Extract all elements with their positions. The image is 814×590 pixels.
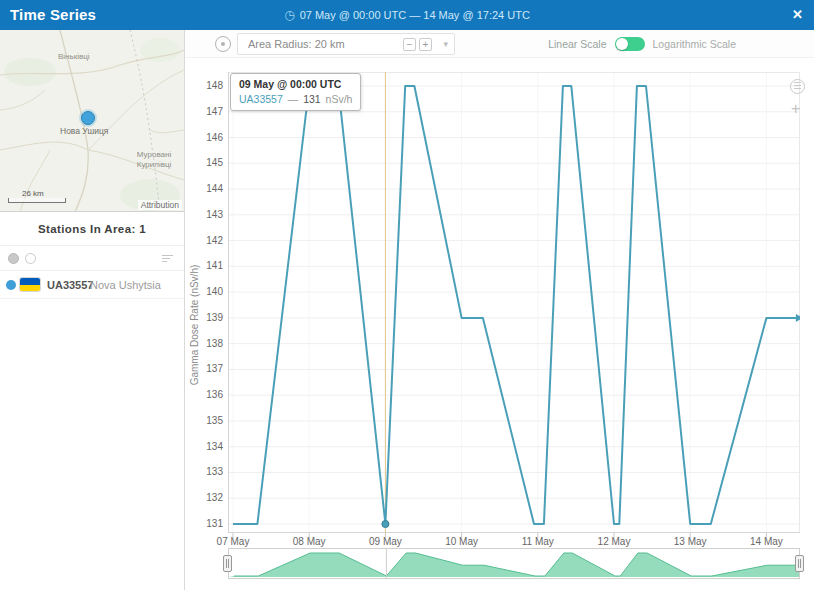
tooltip-unit: nSv/h bbox=[326, 93, 353, 105]
y-axis-label: 138 bbox=[191, 338, 223, 349]
radius-decrease-button[interactable]: − bbox=[403, 38, 416, 51]
chart-tooltip: 09 May @ 00:00 UTC UA33557 — 131 nSv/h bbox=[230, 73, 361, 111]
station-map-marker[interactable] bbox=[81, 111, 95, 125]
station-list-item[interactable]: UA33557 Nova Ushytsia bbox=[0, 271, 184, 299]
time-series-plot bbox=[228, 72, 800, 539]
station-name: Nova Ushytsia bbox=[90, 279, 161, 291]
tooltip-station: UA33557 bbox=[239, 93, 283, 105]
y-axis-label: 142 bbox=[191, 235, 223, 246]
tooltip-time: 09 May @ 00:00 UTC bbox=[239, 78, 352, 90]
y-axis-label: 147 bbox=[191, 106, 223, 117]
close-icon[interactable]: ✕ bbox=[792, 7, 803, 22]
chart-panel: Area Radius: 20 km − + ▾ Linear Scale Lo… bbox=[185, 30, 814, 590]
map-scale-label: 26 km bbox=[8, 189, 66, 198]
sort-icon[interactable] bbox=[162, 253, 174, 265]
y-axis-label: 146 bbox=[191, 132, 223, 143]
map-place-label: Муровані Курилівці bbox=[126, 150, 182, 170]
y-axis-label: 134 bbox=[191, 441, 223, 452]
map-place-label: Віньківці bbox=[58, 52, 90, 61]
scale-switcher: Linear Scale Logarithmic Scale bbox=[548, 37, 736, 51]
sidebar: Віньківці Нова Ушиця Муровані Курилівці … bbox=[0, 30, 185, 590]
linear-scale-label: Linear Scale bbox=[548, 38, 606, 50]
map-place-label: Нова Ушиця bbox=[60, 126, 108, 136]
navigator-left-handle[interactable] bbox=[223, 555, 232, 572]
y-axis-label: 136 bbox=[191, 389, 223, 400]
y-axis-label: 131 bbox=[191, 518, 223, 529]
chart-toolbar: Area Radius: 20 km − + ▾ Linear Scale Lo… bbox=[185, 30, 814, 58]
map-scale-bar: 26 km bbox=[8, 189, 66, 203]
range-navigator[interactable] bbox=[228, 548, 800, 579]
y-axis-label: 133 bbox=[191, 466, 223, 477]
clock-icon: ◷ bbox=[284, 8, 294, 22]
y-axis-label: 145 bbox=[191, 157, 223, 168]
y-axis-label: 139 bbox=[191, 312, 223, 323]
radius-target-icon bbox=[215, 36, 231, 52]
radius-increase-button[interactable]: + bbox=[419, 38, 432, 51]
y-axis-label: 140 bbox=[191, 286, 223, 297]
context-menu-icon[interactable] bbox=[790, 79, 805, 94]
navigator-area-chart bbox=[229, 549, 799, 578]
title-bar: Time Series ◷07 May @ 00:00 UTC — 14 May… bbox=[0, 0, 814, 30]
tooltip-value-line: UA33557 — 131 nSv/h bbox=[239, 93, 352, 105]
marker-style-filled-icon[interactable] bbox=[8, 253, 19, 264]
toggle-knob bbox=[616, 38, 628, 50]
scale-toggle[interactable] bbox=[615, 37, 645, 51]
y-axis-label: 143 bbox=[191, 209, 223, 220]
log-scale-label: Logarithmic Scale bbox=[653, 38, 736, 50]
tooltip-value: 131 bbox=[303, 93, 321, 105]
map-attribution-link[interactable]: Attribution bbox=[138, 200, 182, 210]
tooltip-dash: — bbox=[288, 93, 299, 105]
y-axis-label: 137 bbox=[191, 363, 223, 374]
chevron-down-icon[interactable]: ▾ bbox=[443, 39, 448, 49]
zoom-in-icon[interactable]: + bbox=[791, 100, 800, 118]
station-color-dot bbox=[6, 280, 16, 290]
ukraine-flag-icon bbox=[20, 278, 40, 291]
area-radius-input[interactable]: Area Radius: 20 km − + ▾ bbox=[237, 33, 455, 55]
mini-map[interactable]: Віньківці Нова Ушиця Муровані Курилівці … bbox=[0, 30, 184, 212]
marker-style-outline-icon[interactable] bbox=[25, 253, 36, 264]
y-axis-label: 148 bbox=[191, 80, 223, 91]
navigator-right-handle[interactable] bbox=[795, 555, 804, 572]
plot-area[interactable] bbox=[228, 72, 800, 539]
station-id: UA33557 bbox=[47, 279, 93, 291]
date-range-text: 07 May @ 00:00 UTC — 14 May @ 17:24 UTC bbox=[300, 9, 530, 21]
station-list-toolbar bbox=[0, 245, 184, 271]
area-radius-value: Area Radius: 20 km bbox=[248, 38, 345, 50]
date-range-control[interactable]: ◷07 May @ 00:00 UTC — 14 May @ 17:24 UTC bbox=[0, 8, 814, 22]
stations-in-area-header: Stations In Area: 1 bbox=[0, 213, 184, 245]
y-axis-label: 144 bbox=[191, 183, 223, 194]
y-axis-label: 141 bbox=[191, 260, 223, 271]
y-axis-label: 135 bbox=[191, 415, 223, 426]
y-axis-label: 132 bbox=[191, 492, 223, 503]
